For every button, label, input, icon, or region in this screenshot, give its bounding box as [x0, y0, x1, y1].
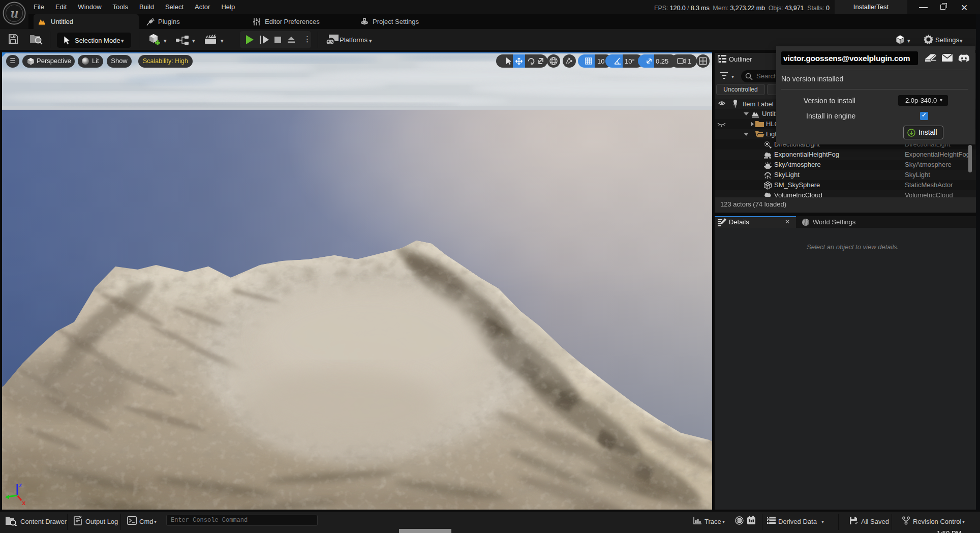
- svg-text:10: 10: [597, 57, 604, 65]
- svg-text:0.25: 0.25: [656, 57, 668, 65]
- svg-text:1: 1: [688, 57, 691, 65]
- svg-text:u: u: [11, 6, 18, 21]
- svg-text:x: x: [22, 499, 26, 507]
- svg-text:10°: 10°: [625, 57, 635, 65]
- svg-text:z: z: [19, 481, 22, 489]
